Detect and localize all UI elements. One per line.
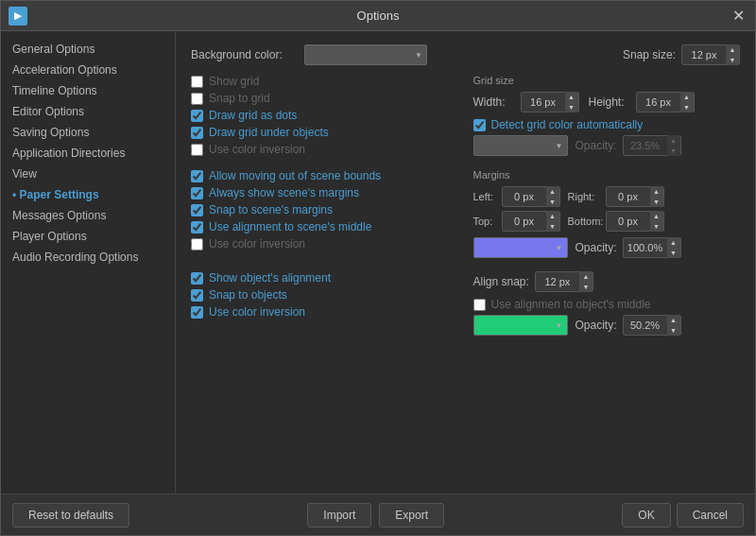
grid-height-control[interactable]: ▲ ▼: [636, 92, 695, 112]
opacity2-down[interactable]: ▼: [667, 248, 680, 258]
snap-size-up[interactable]: ▲: [726, 44, 739, 55]
color-inversion2-label: Use color inversion: [209, 237, 305, 251]
bottom-up[interactable]: ▲: [650, 211, 663, 221]
right-control[interactable]: ▲ ▼: [606, 186, 664, 207]
color-inversion3-checkbox[interactable]: [191, 306, 203, 319]
grid-width-down[interactable]: ▼: [565, 102, 578, 112]
grid-width-value[interactable]: [522, 93, 565, 112]
top-up[interactable]: ▲: [546, 211, 559, 221]
reset-button[interactable]: Reset to defaults: [12, 503, 129, 527]
align-color-opacity-row: ▼ Opacity: ▲ ▼: [473, 315, 741, 336]
cancel-button[interactable]: Cancel: [677, 503, 744, 527]
grid-section: Show grid Snap to grid Draw grid as dots…: [191, 75, 740, 162]
use-alignment-obj-checkbox[interactable]: [473, 299, 486, 311]
grid-height-down[interactable]: ▼: [680, 102, 694, 112]
sidebar-item-player[interactable]: Player Options: [1, 226, 175, 247]
draw-grid-dots-checkbox[interactable]: [191, 110, 203, 122]
import-button[interactable]: Import: [307, 503, 371, 527]
right-label: Right:: [568, 191, 606, 202]
align-snap-up[interactable]: ▲: [579, 271, 593, 282]
use-alignment-middle-checkbox[interactable]: [191, 221, 203, 233]
main-content: General Options Acceleration Options Tim…: [1, 31, 755, 493]
sidebar-item-messages[interactable]: Messages Options: [1, 205, 175, 226]
opacity2-control[interactable]: ▲ ▼: [623, 237, 681, 258]
bottom-down[interactable]: ▼: [650, 221, 663, 232]
grid-width-up[interactable]: ▲: [565, 92, 578, 102]
align-snap-down[interactable]: ▼: [579, 282, 593, 292]
snap-to-objects-checkbox[interactable]: [191, 289, 203, 302]
right-down[interactable]: ▼: [650, 197, 663, 207]
alignment-checkboxes: Show object's alignment Snap to objects …: [191, 271, 458, 341]
draw-grid-under-checkbox[interactable]: [191, 127, 203, 139]
snap-to-grid-checkbox[interactable]: [191, 93, 203, 105]
allow-moving-checkbox[interactable]: [191, 170, 203, 182]
top-down[interactable]: ▼: [546, 221, 559, 232]
ok-button[interactable]: OK: [622, 503, 670, 527]
left-value[interactable]: [503, 187, 546, 206]
align-snap-control[interactable]: ▲ ▼: [535, 271, 593, 292]
sidebar-item-paper[interactable]: Paper Settings: [1, 184, 175, 205]
opacity2-up[interactable]: ▲: [667, 237, 680, 248]
bottom-control[interactable]: ▲ ▼: [606, 211, 664, 232]
sidebar-item-audio[interactable]: Audio Recording Options: [1, 247, 175, 268]
draw-grid-dots-row: Draw grid as dots: [191, 109, 458, 122]
sidebar-item-saving[interactable]: Saving Options: [1, 122, 175, 143]
grid-width-control[interactable]: ▲ ▼: [521, 92, 579, 112]
detect-grid-color-checkbox[interactable]: [473, 119, 486, 131]
opacity3-value[interactable]: [624, 316, 667, 335]
snap-to-margins-checkbox[interactable]: [191, 204, 203, 216]
color-inversion2-checkbox[interactable]: [191, 238, 203, 251]
align-snap-row: Align snap: ▲ ▼: [473, 271, 741, 292]
snap-size-down[interactable]: ▼: [726, 55, 739, 65]
grid-width-row: Width: ▲ ▼ Height: ▲: [473, 92, 741, 112]
sidebar-item-view[interactable]: View: [1, 164, 175, 184]
show-grid-label: Show grid: [209, 75, 259, 88]
top-value[interactable]: [503, 212, 546, 231]
show-grid-checkbox[interactable]: [191, 76, 203, 88]
detect-grid-color-label: Detect grid color automatically: [491, 118, 644, 131]
opacity3-spinners: ▲ ▼: [667, 315, 680, 336]
opacity3-up[interactable]: ▲: [667, 315, 680, 325]
app-icon: ▶: [9, 7, 27, 26]
align-snap-value[interactable]: [536, 272, 579, 291]
chevron-down-icon4: ▼: [556, 321, 563, 330]
sidebar-item-editor[interactable]: Editor Options: [1, 101, 175, 122]
export-button[interactable]: Export: [379, 503, 444, 527]
right-up[interactable]: ▲: [650, 186, 663, 197]
show-alignment-label: Show object's alignment: [209, 271, 331, 285]
left-label: Left:: [473, 191, 502, 202]
grid-color-dropdown[interactable]: ▼: [473, 135, 568, 156]
align-color-dropdown[interactable]: ▼: [473, 315, 568, 336]
grid-color-opacity-row: ▼ Opacity: ▲ ▼: [473, 135, 741, 156]
use-alignment-obj-row: Use alignmen to object's middle: [473, 298, 741, 311]
bg-color-dropdown[interactable]: ▼: [304, 44, 427, 65]
opacity2-value[interactable]: [624, 238, 667, 257]
sidebar-item-general[interactable]: General Options: [1, 39, 175, 60]
use-alignment-obj-label: Use alignmen to object's middle: [491, 298, 651, 311]
always-show-margins-checkbox[interactable]: [191, 187, 203, 199]
left-down[interactable]: ▼: [546, 197, 559, 207]
opacity3-control[interactable]: ▲ ▼: [623, 315, 681, 336]
bottom-value[interactable]: [607, 212, 650, 231]
left-control[interactable]: ▲ ▼: [502, 186, 560, 207]
grid-height-up[interactable]: ▲: [680, 92, 694, 102]
sidebar-item-acceleration[interactable]: Acceleration Options: [1, 60, 175, 80]
opacity3-down[interactable]: ▼: [667, 325, 680, 336]
sidebar-item-timeline[interactable]: Timeline Options: [1, 80, 175, 101]
sidebar-item-appdirs[interactable]: Application Directories: [1, 143, 175, 164]
draw-grid-dots-label: Draw grid as dots: [209, 109, 297, 122]
margins-color-dropdown[interactable]: ▼: [473, 237, 568, 258]
snap-to-objects-label: Snap to objects: [209, 288, 287, 302]
use-alignment-middle-label: Use alignment to scene's middle: [209, 220, 371, 233]
top-control[interactable]: ▲ ▼: [502, 211, 560, 232]
snap-size-control[interactable]: ▲ ▼: [681, 44, 740, 65]
show-alignment-checkbox[interactable]: [191, 272, 203, 285]
bg-color-swatch: [309, 48, 415, 61]
snap-size-value[interactable]: [682, 45, 726, 64]
color-inversion1-checkbox[interactable]: [191, 144, 203, 156]
use-alignment-middle-row: Use alignment to scene's middle: [191, 220, 458, 233]
close-button[interactable]: ✕: [729, 7, 747, 26]
right-value[interactable]: [607, 187, 650, 206]
grid-height-value[interactable]: [637, 93, 680, 112]
left-up[interactable]: ▲: [546, 186, 559, 197]
